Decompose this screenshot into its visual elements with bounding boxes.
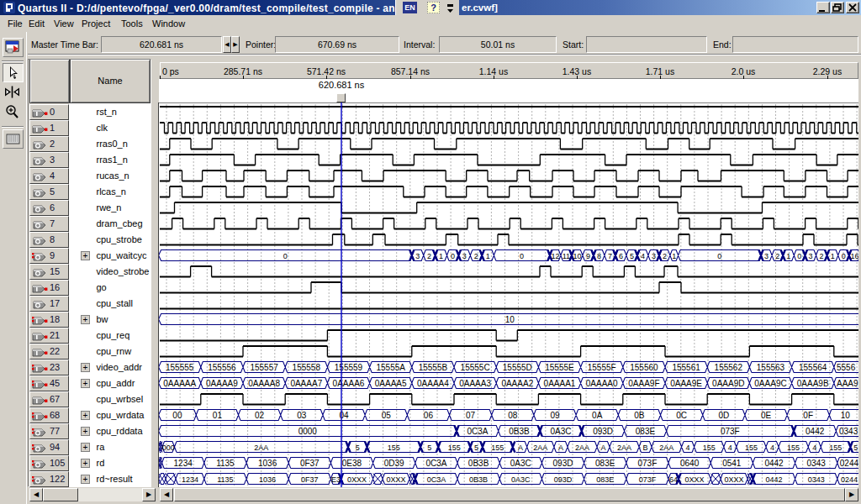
svg-text:0000: 0000 — [298, 427, 318, 436]
svg-text:11: 11 — [563, 252, 570, 260]
svg-text:0343: 0343 — [807, 459, 827, 468]
svg-text:0AAAA6: 0AAAA6 — [333, 379, 365, 388]
svg-text:0AAAA0: 0AAAA0 — [586, 379, 618, 388]
svg-text:3: 3 — [415, 252, 420, 260]
svg-text:09: 09 — [550, 411, 560, 420]
svg-text:07: 07 — [466, 411, 476, 420]
svg-text:00: 00 — [172, 411, 182, 420]
svg-text:2: 2 — [427, 252, 431, 260]
svg-text:0C: 0C — [676, 411, 687, 420]
svg-text:0XXX: 0XXX — [347, 475, 367, 484]
svg-text:0AAA9F: 0AAA9F — [628, 379, 659, 388]
svg-text:0F37: 0F37 — [301, 475, 319, 484]
svg-text:01: 01 — [213, 411, 223, 420]
svg-text:0343: 0343 — [839, 427, 858, 436]
svg-text:0AAAA8: 0AAAA8 — [248, 379, 280, 388]
svg-text:155563: 155563 — [757, 363, 785, 372]
svg-text:5: 5 — [356, 444, 360, 452]
svg-text:1135: 1135 — [216, 459, 235, 468]
svg-text:0AAAA5: 0AAAA5 — [375, 379, 407, 388]
svg-text:0: 0 — [283, 252, 288, 260]
svg-text:0E: 0E — [761, 411, 772, 420]
svg-text:0AAA9E: 0AAA9E — [670, 379, 702, 388]
svg-text:0343: 0343 — [808, 475, 825, 484]
svg-text:05: 05 — [382, 411, 392, 420]
svg-text:1036: 1036 — [258, 459, 277, 468]
svg-text:0244: 0244 — [840, 459, 858, 468]
svg-text:2: 2 — [819, 252, 823, 260]
svg-text:16: 16 — [850, 252, 858, 260]
svg-text:0A: 0A — [592, 411, 603, 420]
svg-text:155: 155 — [745, 444, 758, 452]
svg-text:B: B — [642, 444, 647, 452]
svg-text:083E: 083E — [595, 459, 615, 468]
svg-text:0D39: 0D39 — [384, 459, 404, 468]
svg-text:0: 0 — [520, 252, 524, 260]
svg-text:155555: 155555 — [166, 363, 194, 372]
svg-text:0B: 0B — [634, 411, 645, 420]
svg-text:0C3A: 0C3A — [467, 427, 488, 436]
svg-text:0B3B: 0B3B — [468, 459, 489, 468]
svg-text:4: 4 — [686, 444, 690, 452]
svg-text:0A3C: 0A3C — [550, 427, 571, 436]
svg-text:0442: 0442 — [764, 459, 784, 468]
svg-text:5: 5 — [427, 444, 431, 452]
svg-text:155: 155 — [703, 444, 716, 452]
svg-text:155: 155 — [787, 444, 800, 452]
svg-text:15555D: 15555D — [503, 363, 532, 372]
svg-text:093D: 093D — [554, 475, 573, 484]
svg-text:0XXX: 0XXX — [724, 475, 743, 484]
svg-text:10: 10 — [573, 252, 581, 260]
svg-text:0A3C: 0A3C — [511, 475, 531, 484]
svg-text:5: 5 — [853, 444, 858, 452]
svg-text:02: 02 — [255, 411, 265, 420]
svg-text:0AAAAA: 0AAAAA — [163, 379, 196, 388]
svg-text:0640: 0640 — [680, 459, 700, 468]
svg-text:155562: 155562 — [715, 363, 743, 372]
svg-text:AAA9: AAA9 — [837, 379, 858, 388]
svg-text:0442: 0442 — [765, 475, 782, 484]
svg-text:2AA: 2AA — [533, 444, 547, 452]
svg-text:0C3A: 0C3A — [427, 475, 446, 484]
svg-text:10: 10 — [505, 315, 515, 324]
svg-text:0A3C: 0A3C — [510, 459, 531, 468]
svg-text:0AAAA1: 0AAAA1 — [544, 379, 576, 388]
svg-text:093D: 093D — [593, 427, 613, 436]
svg-text:4: 4 — [770, 444, 774, 452]
svg-text:2AA: 2AA — [254, 444, 268, 452]
svg-text:5556: 5556 — [837, 363, 856, 372]
svg-text:0B3B: 0B3B — [469, 475, 488, 484]
svg-text:083E: 083E — [636, 427, 656, 436]
svg-text:155558: 155558 — [293, 363, 321, 372]
svg-text:06: 06 — [424, 411, 434, 420]
svg-text:2AA: 2AA — [575, 444, 589, 452]
svg-text:E3: E3 — [331, 475, 341, 484]
svg-text:0: 0 — [451, 252, 455, 260]
svg-text:7: 7 — [608, 252, 612, 260]
svg-text:1: 1 — [831, 252, 835, 260]
svg-text:A: A — [600, 444, 605, 452]
svg-text:0: 0 — [717, 252, 721, 260]
svg-text:8: 8 — [597, 252, 601, 260]
svg-text:155557: 155557 — [250, 363, 278, 372]
svg-text:155: 155 — [448, 444, 461, 452]
svg-text:073F: 073F — [721, 427, 740, 436]
svg-text:093D: 093D — [553, 459, 573, 468]
svg-text:0AAAA7: 0AAAA7 — [290, 379, 322, 388]
svg-text:3: 3 — [652, 252, 656, 260]
svg-text:9: 9 — [586, 252, 590, 260]
svg-text:0: 0 — [797, 252, 801, 260]
svg-text:000: 000 — [162, 444, 175, 452]
svg-text:0244: 0244 — [841, 475, 858, 484]
svg-text:155: 155 — [829, 444, 842, 452]
svg-text:64: 64 — [669, 475, 678, 484]
svg-text:2AA: 2AA — [617, 444, 631, 452]
svg-text:5: 5 — [474, 444, 478, 452]
svg-text:2: 2 — [474, 252, 478, 260]
svg-text:2: 2 — [663, 252, 667, 260]
svg-text:1: 1 — [786, 252, 790, 260]
svg-text:155: 155 — [491, 444, 504, 452]
svg-text:155560: 155560 — [630, 363, 658, 372]
svg-text:10: 10 — [841, 411, 851, 420]
svg-text:1135: 1135 — [217, 475, 233, 484]
